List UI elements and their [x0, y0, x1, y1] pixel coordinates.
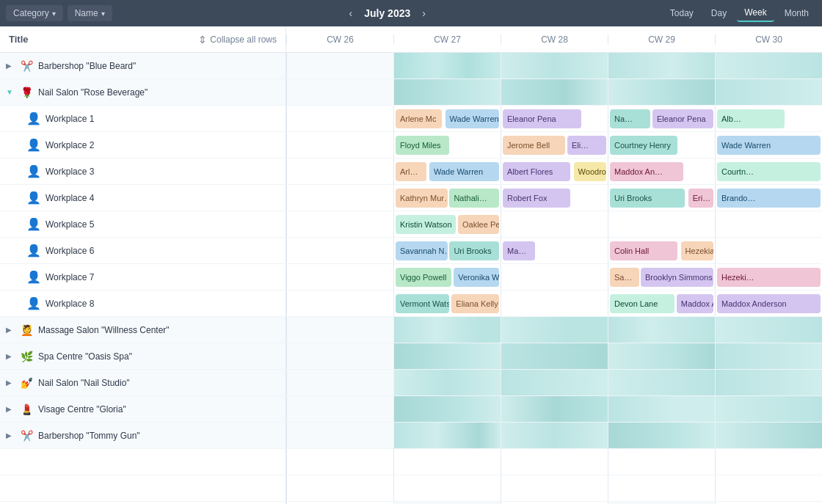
booking-chip[interactable]: Vermont Watson [396, 294, 449, 313]
booking-chip[interactable]: Woodro… [574, 162, 606, 181]
booking-chip[interactable]: Arl… [396, 162, 426, 181]
booking-chip[interactable]: Brando… [717, 189, 821, 208]
booking-chip[interactable]: Courtn… [717, 162, 821, 181]
workplace-1-label[interactable]: 👤 Workplace 1 [0, 106, 286, 131]
workplace-6-label[interactable]: 👤 Workplace 6 [0, 238, 286, 263]
booking-chip[interactable]: Savannah N… [396, 241, 448, 260]
category-filter[interactable]: Category ▾ [6, 5, 63, 21]
booking-chip[interactable]: Eleanor Pena [652, 109, 713, 128]
spa-centre-label[interactable]: ▶ 🌿 Spa Centre "Oasis Spa" [0, 343, 286, 369]
row-massage-salon: ▶ 💆 Massage Salon "Willness Center" [0, 317, 822, 343]
ms-cw27 [393, 317, 501, 343]
booking-chip[interactable]: Wade Warren [429, 162, 499, 181]
wp6-cw28: Ma… [501, 238, 608, 263]
name-filter[interactable]: Name ▾ [68, 5, 112, 21]
rose-icon: 🌹 [19, 85, 34, 100]
booking-chip[interactable]: Sa… [610, 268, 639, 287]
nail-salon-studio-name: Nail Salon "Nail Studio" [38, 378, 130, 388]
nail-salon-rose-label[interactable]: ▼ 🌹 Nail Salon "Rose Beverage" [0, 79, 286, 105]
next-month-button[interactable]: › [419, 4, 429, 22]
booking-chip[interactable]: Brooklyn Simmons [641, 268, 713, 287]
booking-chip[interactable]: Albert Flores [503, 162, 570, 181]
row-workplace-2: 👤 Workplace 2 Floyd Miles Jerome Bell El… [0, 132, 822, 158]
cw27-cell [393, 53, 501, 78]
visage-calendar [286, 396, 822, 422]
booking-chip[interactable]: Viggo Powell [396, 268, 451, 287]
booking-chip[interactable]: Wade Warren [717, 136, 821, 155]
booking-chip[interactable]: Robert Fox [503, 189, 570, 208]
day-view-button[interactable]: Day [704, 5, 734, 21]
booking-chip[interactable]: Maddox An… [610, 162, 683, 181]
row-workplace-3: 👤 Workplace 3 Arl… Wade Warren Albert Fl… [0, 158, 822, 185]
workplace-8-label[interactable]: 👤 Workplace 8 [0, 291, 286, 316]
ms-cw26 [286, 317, 393, 343]
wp7-cw28 [501, 264, 608, 290]
booking-chip[interactable]: Nathali… [449, 189, 499, 208]
visage-centre-label[interactable]: ▶ 💄 Visage Centre "Gloria" [0, 396, 286, 422]
sp-cw28 [501, 343, 608, 369]
view-controls: Today Day Week Month [663, 4, 816, 22]
booking-chip[interactable]: Hezekiah Allen [681, 241, 713, 260]
booking-chip[interactable]: Alb… [717, 109, 785, 128]
row-spa-centre: ▶ 🌿 Spa Centre "Oasis Spa" [0, 343, 822, 370]
month-view-button[interactable]: Month [777, 5, 816, 21]
workplace-icon-2: 👤 [26, 138, 41, 153]
cw30-cell [715, 53, 822, 78]
sp-cw30 [715, 343, 822, 369]
booking-chip[interactable]: Eleanor Pena [503, 109, 581, 128]
prev-month-button[interactable]: ‹ [346, 4, 356, 22]
workplace-3-label[interactable]: 👤 Workplace 3 [0, 158, 286, 184]
massage-salon-label[interactable]: ▶ 💆 Massage Salon "Willness Center" [0, 317, 286, 343]
workplace-icon-5: 👤 [26, 217, 41, 232]
booking-chip[interactable]: Ma… [503, 241, 535, 260]
wp8-cw28 [501, 291, 608, 316]
workplace-icon-7: 👤 [26, 270, 41, 285]
workplace-4-label[interactable]: 👤 Workplace 4 [0, 185, 286, 211]
week-view-button[interactable]: Week [737, 4, 774, 22]
booking-chip[interactable]: Eli… [567, 136, 606, 155]
booking-chip[interactable]: Courtney Henry [610, 136, 677, 155]
booking-chip[interactable]: Arlene Mc [396, 109, 442, 128]
booking-chip[interactable]: Veronika Williams [454, 268, 499, 287]
nail-studio-calendar [286, 370, 822, 395]
workplace-7-label[interactable]: 👤 Workplace 7 [0, 264, 286, 290]
wp1-cw26 [286, 106, 393, 131]
workplace-1-calendar: Arlene Mc Wade Warren Eleanor Pena Na… E… [286, 106, 822, 131]
today-button[interactable]: Today [663, 5, 701, 21]
booking-chip[interactable]: Kathryn Mur… [396, 189, 448, 208]
massage-icon: 💆 [19, 323, 34, 337]
booking-chip[interactable]: Colin Hall [610, 241, 677, 260]
booking-chip[interactable]: Kristin Watson [396, 215, 456, 234]
booking-chip[interactable]: Floyd Miles [396, 136, 449, 155]
booking-chip[interactable]: Devon Lane [610, 294, 674, 313]
collapse-all-button[interactable]: ⇕ Collapse all rows [198, 34, 277, 45]
cw-26-header: CW 26 [286, 34, 393, 45]
row-workplace-5: 👤 Workplace 5 Kristin Watson Oaklee Perr… [0, 211, 822, 238]
visage-centre-name: Visage Centre "Gloria" [38, 404, 126, 414]
nail-salon-rose-calendar [286, 79, 822, 105]
empty-row-1 [0, 449, 822, 475]
expand-icon: ▶ [6, 62, 15, 70]
massage-salon-calendar [286, 317, 822, 343]
booking-chip[interactable]: Wade Warren [445, 109, 499, 128]
booking-chip[interactable]: Eliana Kelly [451, 294, 499, 313]
booking-chip[interactable]: Uri Brooks [449, 241, 499, 260]
wp6-cw27: Savannah N… Uri Brooks [393, 238, 501, 263]
workplace-2-label[interactable]: 👤 Workplace 2 [0, 132, 286, 158]
booking-chip[interactable]: Maddox Anderson [677, 294, 713, 313]
booking-chip[interactable]: Hezeki… [717, 268, 821, 287]
name-chevron-icon: ▾ [101, 10, 105, 18]
workplace-5-label[interactable]: 👤 Workplace 5 [0, 211, 286, 237]
barbershop-tommy-label[interactable]: ▶ ✂️ Barbershop "Tommy Gun" [0, 423, 286, 448]
row-nail-salon-rose: ▼ 🌹 Nail Salon "Rose Beverage" [0, 79, 822, 106]
nail-salon-studio-label[interactable]: ▶ 💅 Nail Salon "Nail Studio" [0, 370, 286, 395]
cw-30-header: CW 30 [715, 34, 822, 45]
booking-chip[interactable]: Uri Brooks [610, 189, 685, 208]
booking-chip[interactable]: Na… [610, 109, 650, 128]
booking-chip[interactable]: Jerome Bell [503, 136, 565, 155]
barbershop-blue-beard-label[interactable]: ▶ ✂️ Barbershop "Blue Beard" [0, 53, 286, 78]
tommy-calendar [286, 423, 822, 448]
booking-chip[interactable]: Oaklee Perry [458, 215, 499, 234]
booking-chip[interactable]: Eri… [688, 189, 713, 208]
booking-chip[interactable]: Maddox Anderson [717, 294, 821, 313]
